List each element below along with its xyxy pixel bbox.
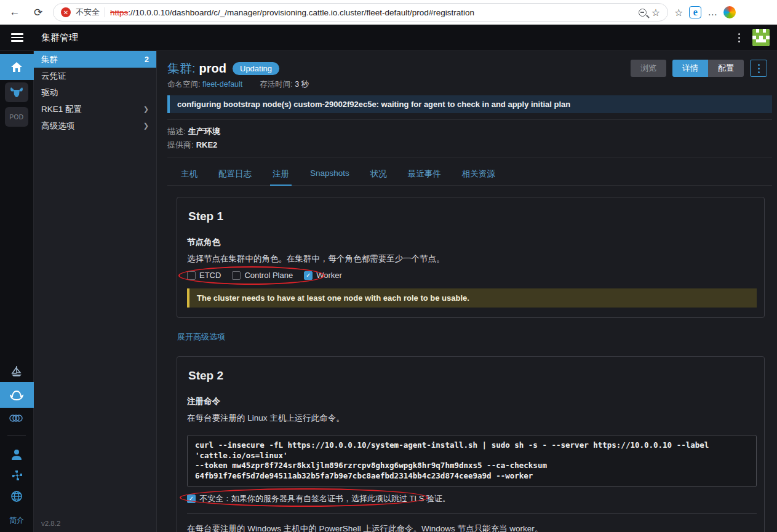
sidebar-item-cloud-credentials[interactable]: 云凭证 bbox=[34, 68, 156, 84]
linux-command-description: 在每台要注册的 Linux 主机上运行此命令。 bbox=[187, 413, 757, 424]
registration-command-title: 注册命令 bbox=[187, 396, 757, 407]
sidebar-item-label: 云凭证 bbox=[41, 71, 66, 82]
puzzle-icon bbox=[10, 469, 23, 482]
node-role-title: 节点角色 bbox=[187, 237, 757, 248]
description-label: 描述: bbox=[167, 127, 186, 136]
divider bbox=[187, 513, 757, 514]
icon-rail: POD 简介 bbox=[0, 51, 34, 532]
version-label: v2.8.2 bbox=[34, 515, 156, 532]
tab-machines[interactable]: 主机 bbox=[172, 164, 206, 185]
insecure-checkbox-row: ✓ 不安全：如果你的服务器具有自签名证书，选择此项以跳过 TLS 验证。 bbox=[187, 493, 450, 504]
not-secure-icon[interactable]: ✕ bbox=[61, 7, 71, 17]
rail-item-cluster[interactable] bbox=[5, 82, 28, 102]
step2-panel: Step 2 注册命令 在每台要注册的 Linux 主机上运行此命令。 curl… bbox=[177, 356, 765, 532]
tab-provisioning-log[interactable]: 配置日志 bbox=[210, 164, 260, 185]
coil-icon bbox=[9, 413, 24, 423]
browser-menu-icon[interactable]: … bbox=[707, 7, 717, 18]
expand-advanced-link[interactable]: 展开高级选项 bbox=[177, 332, 225, 343]
app-header: 集群管理 bbox=[0, 25, 777, 51]
sidebar-item-label: 集群 bbox=[41, 54, 58, 65]
copilot-icon[interactable] bbox=[723, 6, 736, 18]
sidebar-item-label: 高级选项 bbox=[41, 121, 74, 132]
address-divider bbox=[105, 7, 105, 17]
header-kebab-icon[interactable] bbox=[736, 31, 743, 45]
sidebar-item-rke1-config[interactable]: RKE1 配置 ❯ bbox=[34, 101, 156, 117]
sidebar-item-drivers[interactable]: 驱动 bbox=[34, 84, 156, 101]
globe-icon bbox=[10, 490, 23, 502]
rancher-hat-icon bbox=[10, 389, 23, 400]
rail-divider bbox=[7, 435, 26, 435]
tab-conditions[interactable]: 状况 bbox=[362, 164, 396, 185]
command-line: curl --insecure -fL https://10.0.0.10/sy… bbox=[195, 440, 749, 461]
checkbox-label: 不安全：如果你的服务器具有自签名证书，选择此项以跳过 TLS 验证。 bbox=[199, 493, 450, 504]
node-role-description: 选择节点在集群中的角色。在集群中，每个角色都需要至少一个节点。 bbox=[187, 253, 757, 264]
actions-kebab-icon[interactable] bbox=[750, 60, 767, 77]
age-value: 3 秒 bbox=[295, 80, 309, 89]
zoom-out-icon[interactable] bbox=[639, 9, 647, 17]
rail-item-home[interactable] bbox=[0, 54, 34, 80]
cluster-name: prod bbox=[199, 62, 226, 76]
cluster-count-badge: 2 bbox=[145, 55, 149, 64]
browser-chrome: ← ⟳ ✕ 不安全 https://10.0.0.10/dashboard/c/… bbox=[0, 0, 777, 25]
config-button[interactable]: 配置 bbox=[708, 60, 744, 77]
registration-command-box[interactable]: curl --insecure -fL https://10.0.0.10/sy… bbox=[187, 435, 757, 487]
url-text[interactable]: https://10.0.0.10/dashboard/c/_/manager/… bbox=[110, 8, 634, 17]
rail-item-cluster-management[interactable] bbox=[0, 382, 34, 408]
tab-recent-events[interactable]: 最近事件 bbox=[399, 164, 450, 185]
step1-title: Step 1 bbox=[188, 210, 757, 223]
rail-item-extensions[interactable] bbox=[10, 465, 23, 486]
etcd-checkbox[interactable]: ETCD bbox=[187, 271, 221, 280]
tab-registration[interactable]: 注册 bbox=[264, 164, 298, 185]
provider-value: RKE2 bbox=[196, 140, 218, 149]
tab-bar: 主机 配置日志 注册 Snapshots 状况 最近事件 相关资源 bbox=[167, 164, 772, 186]
avatar[interactable] bbox=[752, 29, 770, 46]
rail-item-users[interactable] bbox=[10, 444, 23, 465]
step2-title: Step 2 bbox=[188, 369, 757, 383]
checkbox-checked-icon: ✓ bbox=[304, 271, 313, 280]
address-bar[interactable]: ✕ 不安全 https://10.0.0.10/dashboard/c/_/ma… bbox=[53, 3, 668, 22]
user-icon bbox=[10, 448, 23, 461]
command-line: 64fb91f7e6f5d7de94511ab32b5fa7b9e7cbc8ae… bbox=[195, 471, 749, 482]
age-label: 存活时间: bbox=[260, 80, 292, 89]
status-badge: Updating bbox=[233, 62, 279, 75]
namespace-label: 命名空间: bbox=[167, 80, 200, 89]
tab-related-resources[interactable]: 相关资源 bbox=[453, 164, 504, 185]
namespace-link[interactable]: fleet-default bbox=[202, 80, 242, 89]
sidebar-item-label: 驱动 bbox=[41, 87, 58, 98]
security-label: 不安全 bbox=[76, 7, 100, 18]
tab-snapshots[interactable]: Snapshots bbox=[301, 164, 358, 185]
detail-button[interactable]: 详情 bbox=[672, 60, 708, 77]
checkbox-icon bbox=[187, 271, 196, 280]
hamburger-menu-icon[interactable] bbox=[0, 31, 34, 44]
edge-browser-icon[interactable]: e bbox=[689, 6, 701, 18]
bookmark-star-icon[interactable]: ☆ bbox=[651, 7, 660, 18]
about-link[interactable]: 简介 bbox=[9, 515, 24, 526]
checkbox-label: ETCD bbox=[199, 271, 221, 280]
checkbox-icon bbox=[232, 271, 241, 280]
description-value: 生产环境 bbox=[188, 127, 220, 136]
control-plane-checkbox[interactable]: Control Plane bbox=[232, 271, 293, 280]
sidebar-item-clusters[interactable]: 集群 2 bbox=[34, 51, 156, 68]
provider-label: 提供商: bbox=[167, 140, 194, 149]
rail-item-pod[interactable]: POD bbox=[5, 107, 28, 127]
rail-item-harvester[interactable] bbox=[9, 408, 24, 429]
role-warning-banner: The cluster needs to have at least one n… bbox=[187, 288, 757, 308]
skip-tls-checkbox[interactable]: ✓ 不安全：如果你的服务器具有自签名证书，选择此项以跳过 TLS 验证。 bbox=[187, 493, 450, 504]
chevron-right-icon: ❯ bbox=[143, 105, 149, 113]
resource-type-label: 集群: bbox=[167, 60, 196, 77]
rail-item-global[interactable] bbox=[10, 486, 23, 507]
divider bbox=[167, 157, 772, 157]
refresh-icon[interactable]: ⟳ bbox=[30, 4, 47, 21]
back-icon[interactable]: ← bbox=[6, 4, 23, 21]
page-title: 集群管理 bbox=[41, 32, 78, 44]
sidebar-item-advanced[interactable]: 高级选项 ❯ bbox=[34, 117, 156, 134]
explore-button[interactable]: 浏览 bbox=[631, 60, 666, 77]
checkbox-label: Control Plane bbox=[244, 271, 293, 280]
favorites-bar-icon[interactable]: ☆ bbox=[674, 7, 683, 18]
rail-item-fleet[interactable] bbox=[10, 361, 23, 382]
pod-icon: POD bbox=[9, 114, 23, 121]
steer-icon bbox=[10, 87, 23, 98]
step1-panel: Step 1 节点角色 选择节点在集群中的角色。在集群中，每个角色都需要至少一个… bbox=[177, 197, 765, 318]
url-protocol: https bbox=[110, 8, 128, 17]
worker-checkbox[interactable]: ✓ Worker bbox=[304, 271, 342, 280]
